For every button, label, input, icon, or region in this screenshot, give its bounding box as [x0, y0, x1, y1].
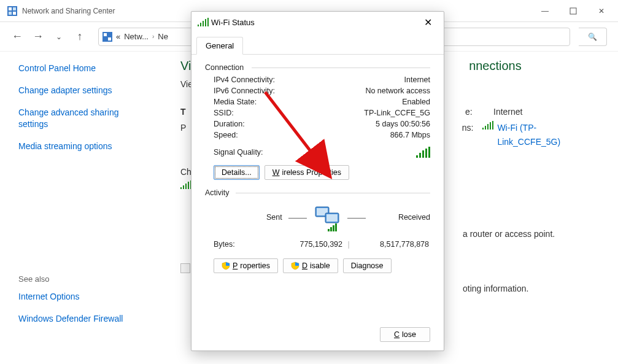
tab-general[interactable]: General [196, 37, 243, 55]
media-state-label: Media State: [214, 98, 257, 106]
duration-label: Duration: [214, 120, 245, 128]
nav-recent-chevron[interactable]: ⌄ [53, 33, 65, 41]
sidebar-link-internet-options[interactable]: Internet Options [18, 291, 142, 302]
connections-label-fragment: ns: [462, 121, 481, 149]
control-panel-icon [7, 6, 17, 16]
search-icon: 🔍 [588, 33, 597, 41]
page-title-right: nnections [469, 59, 522, 72]
details-button[interactable]: Details... [214, 165, 260, 180]
duration-value: 5 days 00:50:56 [376, 120, 430, 128]
svg-rect-5 [570, 8, 576, 14]
dialog-close-footer-button[interactable]: Close [380, 327, 430, 342]
speed-value: 866.7 Mbps [390, 131, 430, 139]
dialog-close-button[interactable]: ✕ [417, 14, 439, 31]
wifi-icon [198, 18, 209, 26]
wireless-properties-button[interactable]: Wireless Properties [265, 165, 349, 180]
search-button[interactable]: 🔍 [579, 28, 607, 46]
activity-diagram: Sent Received [205, 201, 430, 238]
sidebar-link-defender-firewall[interactable]: Windows Defender Firewall [18, 313, 142, 324]
activity-computers-icon [313, 204, 342, 234]
ssid-value: TP-Link_CCFE_5G [364, 109, 430, 117]
wifi-signal-icon [482, 121, 493, 130]
control-panel-icon-small [102, 32, 112, 42]
breadcrumb-chevron-left: « [116, 32, 120, 41]
disable-button[interactable]: Disable [283, 258, 338, 273]
sidebar-link-home[interactable]: Control Panel Home [18, 63, 142, 74]
access-type-label-fragment: e: [465, 105, 484, 118]
bytes-sent-value: 775,150,392 [275, 240, 342, 249]
close-button[interactable]: ✕ [587, 0, 616, 22]
svg-rect-7 [104, 33, 107, 36]
dialog-tabstrip: General [191, 33, 444, 55]
sidebar-link-media-streaming[interactable]: Media streaming options [18, 141, 142, 152]
ipv6-label: IPv6 Connectivity: [214, 87, 275, 95]
minimize-button[interactable]: — [531, 0, 559, 22]
svg-rect-2 [13, 7, 16, 10]
bytes-label: Bytes: [214, 240, 275, 249]
ipv4-label: IPv4 Connectivity: [214, 76, 275, 84]
dialog-title: Wi-Fi Status [211, 18, 417, 27]
sidebar-link-advanced-sharing[interactable]: Change advanced sharing settings [18, 107, 142, 129]
svg-rect-12 [326, 214, 338, 222]
uac-shield-icon [291, 261, 299, 270]
svg-rect-8 [108, 37, 111, 41]
access-type-value: Internet [493, 105, 522, 118]
speed-label: Speed: [214, 131, 238, 139]
ipv4-value: Internet [404, 76, 430, 84]
svg-rect-15 [333, 225, 334, 231]
connection-group-label: Connection [205, 63, 430, 72]
nav-back-button[interactable]: ← [11, 30, 23, 43]
properties-button[interactable]: Properties [214, 258, 278, 273]
ssid-label: SSID: [214, 109, 234, 117]
maximize-button[interactable] [559, 0, 587, 22]
svg-rect-3 [9, 12, 12, 15]
svg-rect-14 [330, 227, 332, 231]
nav-forward-button[interactable]: → [32, 30, 44, 43]
adapter-icon [180, 180, 191, 189]
bytes-divider: | [342, 240, 355, 249]
media-state-value: Enabled [402, 98, 430, 106]
breadcrumb-item[interactable]: Ne [158, 32, 168, 41]
troubleshoot-text-fragment: oting information. [463, 284, 528, 293]
svg-rect-1 [9, 7, 12, 10]
breadcrumb-item[interactable]: Netw... [124, 32, 149, 41]
connections-link[interactable]: Wi-Fi (TP-Link_CCFE_5G) [497, 121, 598, 149]
activity-group-label: Activity [205, 188, 430, 197]
svg-rect-4 [13, 12, 16, 15]
see-also-heading: See also [18, 274, 142, 284]
svg-rect-16 [335, 223, 337, 231]
signal-quality-label: Signal Quality: [214, 148, 263, 157]
svg-rect-13 [328, 229, 330, 231]
dialog-titlebar[interactable]: Wi-Fi Status ✕ [191, 12, 444, 33]
troubleshoot-icon-fragment [180, 263, 190, 273]
sidebar-link-adapter-settings[interactable]: Change adapter settings [18, 85, 142, 96]
bytes-received-value: 8,517,778,878 [355, 240, 430, 249]
signal-quality-icon [416, 147, 430, 158]
wifi-status-dialog: Wi-Fi Status ✕ General Connection IPv4 C… [191, 11, 444, 351]
ipv6-value: No network access [365, 87, 430, 95]
sidebar: Control Panel Home Change adapter settin… [0, 52, 161, 364]
breadcrumb-sep-icon: › [152, 33, 154, 40]
received-label: Received [398, 213, 430, 222]
uac-shield-icon [222, 261, 230, 270]
nav-up-button[interactable]: ↑ [74, 30, 86, 43]
diagnose-button[interactable]: Diagnose [343, 258, 392, 273]
sent-label: Sent [266, 213, 282, 222]
